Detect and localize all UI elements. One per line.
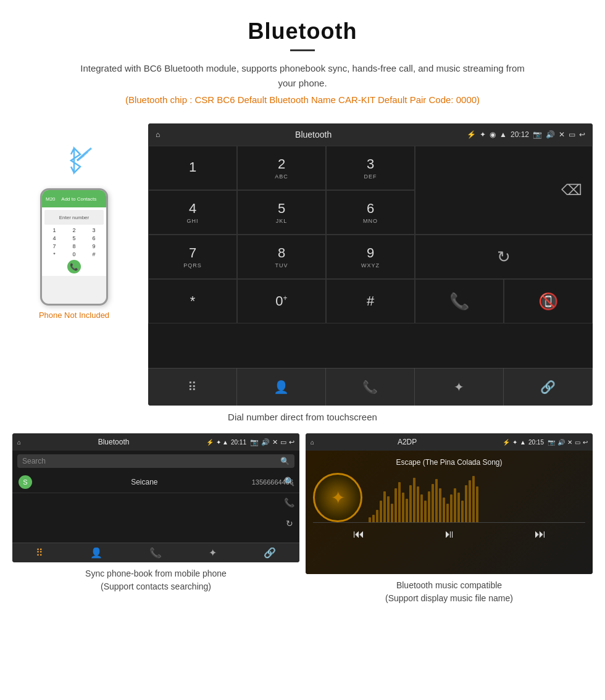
dial-key-hash[interactable]: # [326, 279, 415, 323]
window-icon[interactable]: ▭ [569, 130, 575, 139]
viz-bar [376, 510, 378, 522]
music-controls: ⏮ ⏯ ⏭ [313, 522, 585, 543]
pb-bottom-bar: ⠿ 👤 📞 ✦ 🔗 [12, 543, 299, 562]
song-title: Escape (The Pina Colada Song) [396, 458, 502, 467]
recents-tab[interactable]: 📞 [326, 369, 415, 406]
bluetooth-icon: ✦ [480, 130, 486, 139]
music-back-icon[interactable]: ↩ [583, 439, 588, 446]
pb-link-icon[interactable]: 🔗 [264, 547, 276, 559]
music-time: 20:15 [528, 439, 544, 446]
back-icon[interactable]: ↩ [579, 130, 585, 139]
bluetooth-signal-icon [49, 142, 99, 179]
pb-back-icon[interactable]: ↩ [289, 438, 294, 446]
viz-bar [409, 485, 412, 522]
pb-time: 20:11 [231, 439, 246, 446]
pb-call-icon[interactable]: 📞 [149, 547, 162, 559]
music-sig2-icon: ▲ [520, 439, 526, 446]
dial-key-star[interactable]: * [148, 279, 237, 323]
pb-bt-bottom-icon[interactable]: ✦ [209, 547, 217, 559]
backspace-button[interactable]: ⌫ [561, 181, 582, 199]
pb-empty-space [12, 493, 299, 543]
redial-button[interactable]: ↻ [415, 235, 593, 279]
music-signal-icon: ✦ [512, 439, 517, 446]
pb-refresh-right-icon[interactable]: ↻ [284, 519, 294, 528]
music-close-icon[interactable]: ✕ [567, 439, 572, 446]
page-description: Integrated with BC6 Bluetooth module, su… [80, 61, 525, 91]
viz-bar [413, 478, 415, 522]
pb-search-icon[interactable]: 🔍 [280, 457, 290, 465]
pb-bt-icon: ✦ [216, 439, 221, 446]
phonebook-screen: ⌂ Bluetooth ⚡ ✦ ▲ 20:11 📷 🔊 ✕ ▭ ↩ Search… [12, 433, 299, 562]
viz-bar [461, 501, 464, 522]
dial-key-0[interactable]: 0+ [237, 279, 326, 323]
main-section: M20 Add to Contacts Enter number 1 2 3 4… [0, 123, 605, 406]
contacts-tab[interactable]: 👤 [237, 369, 326, 406]
pb-contacts-icon[interactable]: 👤 [90, 547, 102, 559]
phone-aside: M20 Add to Contacts Enter number 1 2 3 4… [12, 123, 136, 320]
contact-row[interactable]: S Seicane 13566664466 [12, 472, 299, 493]
bluetooth-tab[interactable]: ✦ [415, 369, 504, 406]
dial-grid: 1 2ABC 3DEF ⌫ 4GHI 5JKL 6MNO [148, 146, 593, 368]
next-track-button[interactable]: ⏭ [535, 528, 546, 541]
contact-name: Seicane [37, 478, 252, 486]
pb-dialpad-icon[interactable]: ⠿ [36, 547, 43, 559]
close-icon[interactable]: ✕ [559, 130, 565, 139]
pb-cam-icon: 📷 [250, 438, 259, 446]
home-icon[interactable]: ⌂ [156, 130, 160, 139]
pb-phone-right-icon[interactable]: 📞 [284, 498, 294, 507]
viz-bar [402, 493, 404, 522]
music-caption-line2: (Support display music file name) [385, 593, 513, 603]
pb-vol-icon: 🔊 [261, 438, 270, 446]
pb-close-icon[interactable]: ✕ [272, 438, 278, 446]
music-win-icon[interactable]: ▭ [575, 439, 580, 446]
viz-bar [420, 494, 423, 522]
viz-bar [476, 486, 478, 522]
viz-bar [454, 488, 456, 522]
bluetooth-specs: (Bluetooth chip : CSR BC6 Default Blueto… [12, 94, 593, 105]
pb-win-icon[interactable]: ▭ [280, 438, 286, 446]
prev-track-button[interactable]: ⏮ [353, 528, 364, 541]
dial-caption: Dial number direct from touchscreen [0, 412, 605, 422]
link-tab[interactable]: 🔗 [504, 369, 593, 406]
music-caption: Bluetooth music compatible (Support disp… [306, 579, 593, 605]
viz-bar [432, 484, 434, 522]
play-pause-button[interactable]: ⏯ [444, 528, 455, 541]
pb-search-right-icon[interactable]: 🔍 [284, 477, 294, 486]
viz-bar [394, 488, 397, 522]
dial-key-6[interactable]: 6MNO [326, 190, 415, 235]
dial-key-5[interactable]: 5JKL [237, 190, 326, 235]
dial-key-4[interactable]: 4GHI [148, 190, 237, 235]
pb-caption-line2: (Support contacts searching) [101, 581, 211, 591]
location-icon: ◉ [490, 130, 496, 139]
viz-bar [472, 476, 475, 522]
dial-key-2[interactable]: 2ABC [237, 146, 326, 190]
camera-icon: 📷 [533, 130, 542, 139]
dial-screen: ⌂ Bluetooth ⚡ ✦ ◉ ▲ 20:12 📷 🔊 ✕ ▭ ↩ 1 [148, 123, 593, 406]
dial-key-7[interactable]: 7PQRS [148, 235, 237, 279]
statusbar-title: Bluetooth [160, 130, 467, 140]
dial-key-1[interactable]: 1 [148, 146, 237, 190]
call-red-button[interactable]: 📵 [504, 279, 593, 323]
viz-bar [398, 482, 401, 522]
dial-key-3[interactable]: 3DEF [326, 146, 415, 190]
redial-icon: ↻ [497, 248, 511, 267]
music-screen: ⌂ A2DP ⚡ ✦ ▲ 20:15 📷 🔊 ✕ ▭ ↩ Escape (The… [306, 433, 593, 574]
music-vol-icon: 🔊 [557, 439, 565, 446]
music-visualizer [369, 473, 585, 522]
viz-bar [372, 515, 375, 522]
viz-bar [439, 488, 441, 522]
viz-bar [428, 491, 430, 522]
viz-bar [383, 491, 386, 522]
volume-icon: 🔊 [546, 130, 555, 139]
pb-usb-icon: ⚡ [206, 439, 214, 446]
viz-bar [450, 494, 453, 522]
viz-bar [457, 493, 460, 522]
call-green-button[interactable]: 📞 [415, 279, 504, 323]
pb-search-bar[interactable]: Search 🔍 [17, 454, 294, 468]
dial-pad-tab[interactable]: ⠿ [148, 369, 237, 406]
viz-bar [406, 499, 408, 522]
phone-mockup: M20 Add to Contacts Enter number 1 2 3 4… [40, 188, 108, 306]
dial-key-8[interactable]: 8TUV [237, 235, 326, 279]
music-caption-line1: Bluetooth music compatible [396, 580, 502, 590]
dial-key-9[interactable]: 9WXYZ [326, 235, 415, 279]
